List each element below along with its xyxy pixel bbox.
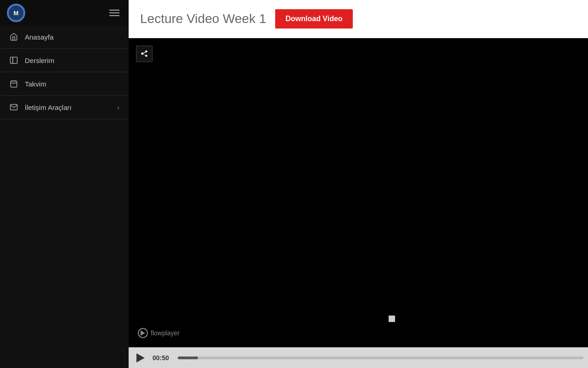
time-display: 00:50 <box>153 354 173 362</box>
logo: M <box>7 4 25 22</box>
flowplayer-circle-icon <box>138 328 148 338</box>
sidebar-item-derslerim-label: Derslerim <box>25 57 54 64</box>
hamburger-line-3 <box>109 15 119 16</box>
sidebar-item-iletisim-label: İletişim Araçları <box>25 104 72 111</box>
svg-rect-2 <box>11 57 13 63</box>
main-content: Lecture Video Week 1 Download Video flow… <box>129 0 588 368</box>
svg-text:M: M <box>14 10 19 17</box>
share-icon <box>140 50 148 58</box>
svg-rect-3 <box>13 57 17 63</box>
sidebar-item-anasayfa-label: Anasayfa <box>25 33 54 41</box>
page-title: Lecture Video Week 1 <box>140 12 266 26</box>
sidebar-item-takvim-label: Takvim <box>25 80 46 88</box>
download-video-button[interactable]: Download Video <box>275 9 352 29</box>
svg-marker-8 <box>141 330 145 336</box>
page-header: Lecture Video Week 1 Download Video <box>129 0 588 38</box>
home-icon <box>9 33 18 41</box>
mail-icon <box>9 103 18 111</box>
flowplayer-label: flowplayer <box>151 329 180 337</box>
progress-bar[interactable] <box>178 356 583 359</box>
video-container: flowplayer 00:50 <box>129 38 588 368</box>
hamburger-line-1 <box>109 10 119 11</box>
sidebar: M Anasayfa Derslerim <box>0 0 129 368</box>
book-icon <box>9 56 18 64</box>
sidebar-item-iletisim[interactable]: İletişim Araçları ‹ <box>0 96 129 119</box>
calendar-icon <box>9 80 18 88</box>
sidebar-item-takvim[interactable]: Takvim <box>0 72 129 96</box>
sidebar-header: M <box>0 0 129 25</box>
sidebar-item-derslerim[interactable]: Derslerim <box>0 49 129 72</box>
sidebar-item-anasayfa[interactable]: Anasayfa <box>0 25 129 49</box>
chevron-left-icon: ‹ <box>117 104 119 111</box>
video-controls: 00:50 <box>129 347 588 368</box>
svg-rect-4 <box>11 81 17 87</box>
video-area[interactable]: flowplayer <box>129 38 588 347</box>
flowplayer-brand: flowplayer <box>138 328 180 338</box>
hamburger-line-2 <box>109 12 119 13</box>
play-button[interactable] <box>133 351 148 365</box>
progress-bar-fill <box>178 356 198 359</box>
play-triangle-icon <box>136 353 145 362</box>
menu-toggle-button[interactable] <box>107 7 122 18</box>
share-button[interactable] <box>136 46 153 62</box>
video-indicator <box>389 316 395 322</box>
